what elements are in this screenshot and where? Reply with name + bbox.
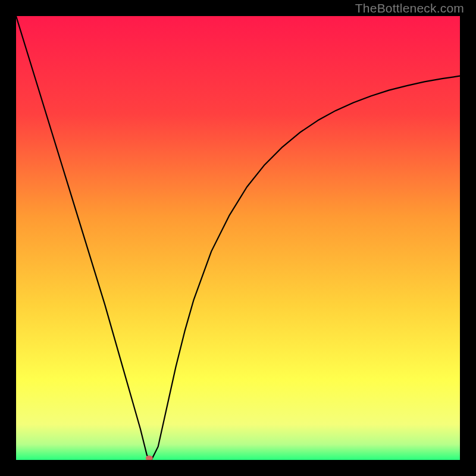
plot-area bbox=[16, 16, 460, 460]
gradient-background bbox=[16, 16, 460, 460]
watermark-text: TheBottleneck.com bbox=[355, 1, 464, 15]
chart-svg bbox=[16, 16, 460, 460]
chart-frame: TheBottleneck.com bbox=[0, 0, 476, 476]
